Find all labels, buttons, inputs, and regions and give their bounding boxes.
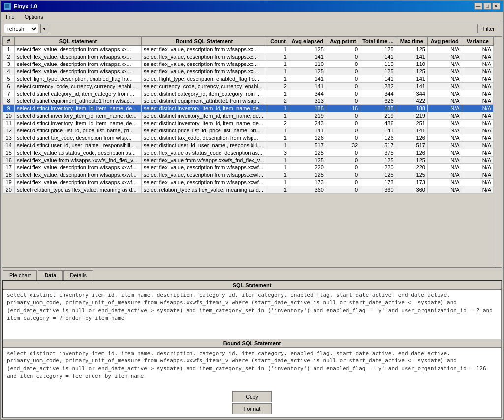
table-row[interactable]: 11select distinct inventory_item_id, ite… bbox=[3, 120, 494, 127]
table-row[interactable]: 12select distinct price_list_id, price_l… bbox=[3, 127, 494, 134]
col-header-pstmt[interactable]: Avg pstmt bbox=[326, 37, 360, 46]
maximize-button[interactable]: □ bbox=[483, 3, 491, 10]
col-header-total[interactable]: Total time ... bbox=[360, 37, 396, 46]
table-row[interactable]: 16select flex_value from wfsapps.xxwfs_f… bbox=[3, 157, 494, 164]
svg-rect-1 bbox=[5, 4, 9, 8]
table-row[interactable]: 6select currency_code, currency, currenc… bbox=[3, 83, 494, 90]
col-header-max[interactable]: Max time bbox=[396, 37, 427, 46]
tab-data[interactable]: Data bbox=[38, 270, 63, 280]
table-row[interactable]: 17select flex_value, description from wf… bbox=[3, 164, 494, 171]
col-header-variance[interactable]: Variance bbox=[462, 37, 493, 46]
scrollbar[interactable] bbox=[494, 37, 502, 267]
table-row[interactable]: 18select flex_value, description from wf… bbox=[3, 171, 494, 179]
col-header-num: # bbox=[3, 37, 15, 46]
table-row[interactable]: 7select distinct category_id, item_categ… bbox=[3, 90, 494, 97]
menu-bar: File Options bbox=[1, 12, 503, 22]
table-row[interactable]: 19select flex_value, description from wf… bbox=[3, 179, 494, 186]
tabs-section: Pie chart Data Details bbox=[1, 269, 503, 280]
sql-statement-label: SQL Statement bbox=[3, 281, 501, 290]
main-content: # SQL statement Bound SQL Statement Coun… bbox=[1, 35, 503, 419]
table-row[interactable]: 5select flight_type, description, enable… bbox=[3, 75, 494, 83]
format-button[interactable]: Format bbox=[232, 403, 272, 414]
refresh-dropdown-button[interactable]: ▼ bbox=[40, 24, 48, 33]
col-header-period[interactable]: Avg period bbox=[427, 37, 462, 46]
table-row[interactable]: 14select distinct user_id, user_name , r… bbox=[3, 142, 494, 149]
copy-format-area: Copy Format bbox=[232, 391, 272, 414]
minimize-button[interactable]: — bbox=[474, 3, 482, 10]
title-bar-left: Elnyx 1.0 bbox=[4, 3, 37, 10]
bound-section: Bound SQL Statement select distinct inve… bbox=[3, 339, 501, 417]
table-row[interactable]: 4select flex_value, description from wfs… bbox=[3, 68, 494, 75]
table-section: # SQL statement Bound SQL Statement Coun… bbox=[2, 36, 502, 268]
menu-file[interactable]: File bbox=[3, 13, 18, 21]
col-header-sql[interactable]: SQL statement bbox=[15, 37, 141, 46]
refresh-select[interactable]: refresh bbox=[4, 24, 38, 33]
table-outer: # SQL statement Bound SQL Statement Coun… bbox=[2, 37, 502, 267]
table-row[interactable]: 15select flex_value as status_code, desc… bbox=[3, 149, 494, 157]
table-row[interactable]: 1select flex_value, description from wfs… bbox=[3, 46, 494, 53]
tab-details[interactable]: Details bbox=[63, 270, 93, 280]
bottom-section: SQL Statement select distinct inventory_… bbox=[2, 280, 502, 418]
col-header-bound[interactable]: Bound SQL Statement bbox=[141, 37, 267, 46]
table-row[interactable]: 9select distinct inventory_item_id, item… bbox=[3, 105, 494, 112]
bound-sql-content: select distinct inventory_item_id, item_… bbox=[3, 348, 501, 388]
col-header-count[interactable]: Count bbox=[267, 37, 289, 46]
table-header-row: # SQL statement Bound SQL Statement Coun… bbox=[3, 37, 494, 46]
sql-statement-content: select distinct inventory_item_id, item_… bbox=[3, 290, 501, 339]
toolbar: refresh ▼ Filter bbox=[1, 22, 503, 35]
table-body: 1select flex_value, description from wfs… bbox=[3, 46, 494, 194]
app-icon bbox=[4, 3, 11, 10]
tab-pie-chart[interactable]: Pie chart bbox=[3, 270, 37, 280]
table-row[interactable]: 10select distinct inventory_item_id, ite… bbox=[3, 112, 494, 120]
bound-sql-label: Bound SQL Statement bbox=[3, 339, 501, 348]
title-bar: Elnyx 1.0 — □ ✕ bbox=[1, 1, 503, 12]
table-row[interactable]: 8select distinct equipment_attribute1 fr… bbox=[3, 97, 494, 105]
table-row[interactable]: 20select relation_type as flex_value, me… bbox=[3, 186, 494, 194]
table-wrapper[interactable]: # SQL statement Bound SQL Statement Coun… bbox=[2, 37, 494, 267]
data-table: # SQL statement Bound SQL Statement Coun… bbox=[2, 37, 494, 194]
title-bar-controls: — □ ✕ bbox=[474, 3, 500, 10]
filter-button[interactable]: Filter bbox=[477, 24, 500, 33]
close-button[interactable]: ✕ bbox=[492, 3, 500, 10]
col-header-avg[interactable]: Avg elapsed bbox=[289, 37, 326, 46]
table-row[interactable]: 3select flex_value, description from wfs… bbox=[3, 61, 494, 68]
table-row[interactable]: 2select flex_value, description from wfs… bbox=[3, 53, 494, 61]
main-window: Elnyx 1.0 — □ ✕ File Options refresh ▼ F… bbox=[0, 0, 504, 420]
copy-button[interactable]: Copy bbox=[232, 391, 272, 402]
menu-options[interactable]: Options bbox=[22, 13, 46, 21]
table-row[interactable]: 13select distinct tax_code, description … bbox=[3, 134, 494, 142]
window-title: Elnyx 1.0 bbox=[14, 3, 37, 9]
